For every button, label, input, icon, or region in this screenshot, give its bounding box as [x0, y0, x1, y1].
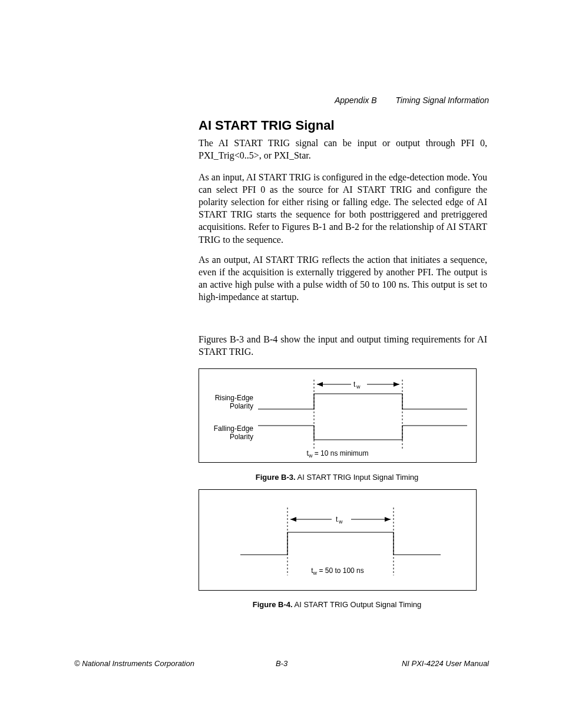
- figure-b3-diagram: t w: [199, 369, 476, 462]
- paragraph-3: As an output, AI START TRIG reflects the…: [199, 253, 487, 303]
- paragraph-1: The AI START TRIG signal can be input or…: [199, 137, 487, 162]
- paragraph-4: Figures B-3 and B-4 show the input and o…: [199, 333, 487, 358]
- paragraph-2: As an input, AI START TRIG is configured…: [199, 171, 487, 246]
- header-appendix: Appendix B: [335, 95, 377, 105]
- svg-marker-13: [385, 517, 391, 522]
- svg-text:t: t: [353, 380, 356, 388]
- figure-b4-caption: Figure B-4. AI START TRIG Output Signal …: [199, 600, 475, 609]
- svg-marker-11: [290, 517, 296, 522]
- figure-b3-box: Rising-Edge Polarity Falling-Edge Polari…: [199, 368, 477, 463]
- svg-text:t: t: [336, 515, 338, 523]
- document-page: Appendix B Timing Signal Information AI …: [0, 0, 562, 728]
- svg-marker-3: [317, 382, 323, 387]
- page-header: Appendix B Timing Signal Information: [0, 95, 489, 105]
- page-footer: © National Instruments Corporation B-3 N…: [74, 659, 489, 668]
- svg-marker-5: [394, 382, 399, 387]
- figure-b4-note: tw = 50 to 100 ns: [199, 566, 476, 576]
- header-title: Timing Signal Information: [395, 95, 489, 105]
- footer-center: B-3: [74, 659, 489, 668]
- figure-b4-box: t w tw = 50 to 100 ns: [199, 489, 477, 591]
- figure-b3-note: tw = 10 ns minimum: [199, 449, 476, 459]
- svg-text:w: w: [338, 519, 343, 525]
- svg-text:w: w: [356, 384, 361, 390]
- section-heading: AI START TRIG Signal: [199, 118, 335, 133]
- figure-b3-caption: Figure B-3. AI START TRIG Input Signal T…: [199, 473, 475, 482]
